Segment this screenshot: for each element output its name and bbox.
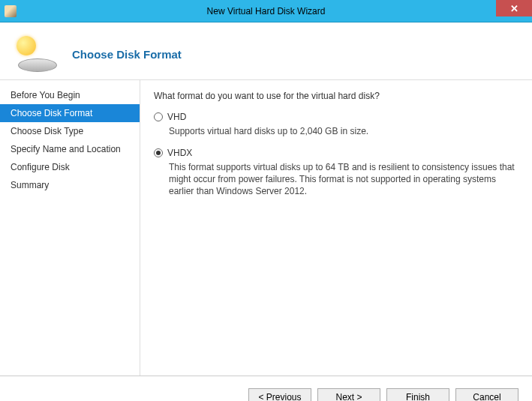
sun-icon [17,36,36,55]
header: Choose Disk Format [0,22,532,79]
step-choose-disk-format[interactable]: Choose Disk Format [0,104,140,122]
radio-vhd[interactable] [154,112,163,121]
step-before-you-begin[interactable]: Before You Begin [0,86,140,104]
close-icon: ✕ [510,3,518,14]
step-summary[interactable]: Summary [0,176,140,194]
format-question: What format do you want to use for the v… [154,91,517,101]
app-icon [5,5,17,17]
window-title: New Virtual Hard Disk Wizard [207,6,326,16]
sidebar: Before You Begin Choose Disk Format Choo… [0,80,140,376]
step-configure-disk[interactable]: Configure Disk [0,158,140,176]
finish-button[interactable]: Finish [386,388,449,402]
option-vhdx: VHDX This format supports virtual disks … [154,148,517,197]
page-title: Choose Disk Format [72,48,182,61]
wizard-icon [17,36,59,72]
radio-row-vhdx[interactable]: VHDX [154,148,517,158]
disk-platter-icon [18,58,57,72]
label-vhdx: VHDX [167,148,192,158]
footer: < Previous Next > Finish Cancel [0,376,532,401]
close-button[interactable]: ✕ [496,0,532,16]
option-vhd: VHD Supports virtual hard disks up to 2,… [154,112,517,137]
previous-button[interactable]: < Previous [248,388,311,402]
body-area: Before You Begin Choose Disk Format Choo… [0,79,532,376]
cancel-button[interactable]: Cancel [455,388,518,402]
step-choose-disk-type[interactable]: Choose Disk Type [0,122,140,140]
step-specify-name-location[interactable]: Specify Name and Location [0,140,140,158]
label-vhd: VHD [167,112,186,122]
desc-vhdx: This format supports virtual disks up to… [169,161,517,197]
radio-vhdx[interactable] [154,148,163,157]
titlebar: New Virtual Hard Disk Wizard ✕ [0,0,532,22]
content-panel: What format do you want to use for the v… [140,80,532,376]
next-button[interactable]: Next > [317,388,380,402]
desc-vhd: Supports virtual hard disks up to 2,040 … [169,125,517,137]
radio-row-vhd[interactable]: VHD [154,112,517,122]
